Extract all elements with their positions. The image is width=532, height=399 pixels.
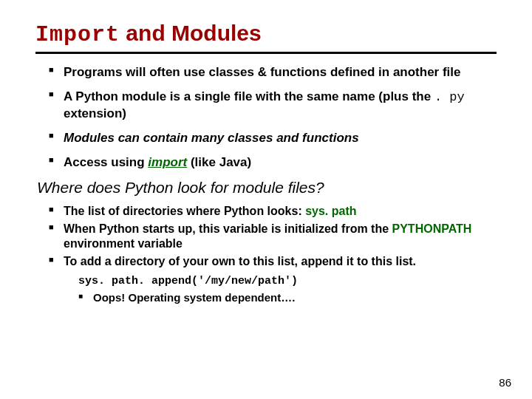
bullet-2: A Python module is a single file with th… <box>49 89 497 121</box>
slide: Import and Modules Programs will often u… <box>0 0 532 399</box>
sub-bullet-1-kw: sys. path <box>305 205 356 217</box>
bullet-4-kw: import <box>148 155 187 169</box>
subheading: Where does Python look for module files? <box>37 179 497 197</box>
bullet-list-oops: Oops! Operating system dependent…. <box>35 290 497 305</box>
bullet-3: Modules can contain many classes and fun… <box>49 130 497 146</box>
sub-bullet-2: When Python starts up, this variable is … <box>49 222 497 251</box>
slide-title: Import and Modules <box>35 21 497 54</box>
bullet-4-pre: Access using <box>64 155 148 169</box>
page-number: 86 <box>499 376 511 389</box>
bullet-4-post: (like Java) <box>187 155 251 169</box>
bullet-list-main: Programs will often use classes & functi… <box>35 64 497 170</box>
code-line: sys. path. append('/my/new/path') <box>78 275 497 287</box>
title-mono: Import <box>35 22 120 47</box>
bullet-1: Programs will often use classes & functi… <box>49 64 497 80</box>
sub-bullet-1-pre: The list of directories where Python loo… <box>64 205 305 217</box>
sub-bullet-2-post: environment variable <box>64 237 183 250</box>
bullet-3-text: Modules can contain many classes and fun… <box>64 131 359 145</box>
bullet-4: Access using import (like Java) <box>49 154 497 170</box>
sub-bullet-1: The list of directories where Python loo… <box>49 204 497 219</box>
sub-bullet-3-text: To add a directory of your own to this l… <box>64 255 416 267</box>
title-rest: and Modules <box>120 21 262 45</box>
bullet-2-mono: . py <box>434 90 465 104</box>
sub-bullet-2-kw: PYTHONPATH <box>392 222 472 235</box>
sub-bullet-3: To add a directory of your own to this l… <box>49 254 497 269</box>
bullet-2-post: extension) <box>64 106 126 120</box>
bullet-1-text: Programs will often use classes & functi… <box>64 65 461 79</box>
oops-text: Oops! Operating system dependent…. <box>93 291 295 304</box>
bullet-list-sub: The list of directories where Python loo… <box>35 204 497 269</box>
oops-bullet: Oops! Operating system dependent…. <box>78 290 497 305</box>
sub-bullet-2-pre: When Python starts up, this variable is … <box>64 222 392 235</box>
bullet-2-pre: A Python module is a single file with th… <box>64 89 434 103</box>
